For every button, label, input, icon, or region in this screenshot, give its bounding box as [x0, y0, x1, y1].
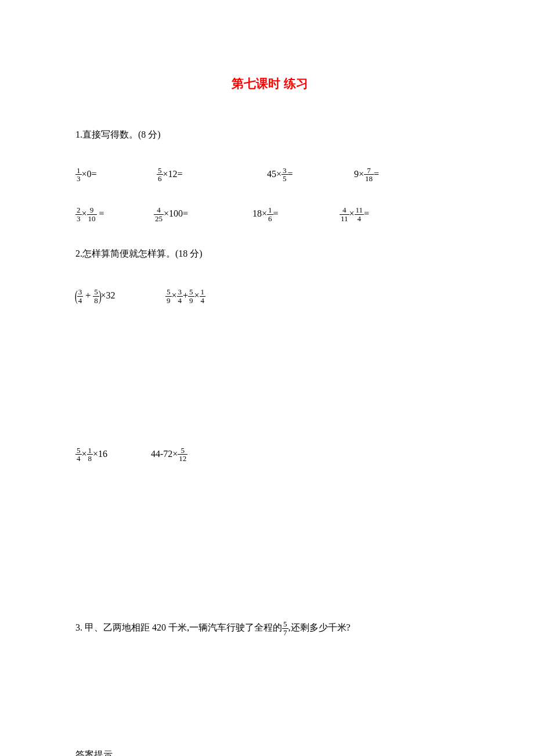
worksheet-page: 第七课时 练习 1.直接写得数。(8 分) 13×0= 56×12= 45×35…: [0, 0, 534, 756]
q1-expr: 45×35=: [267, 167, 354, 183]
fraction: 411: [340, 206, 349, 222]
q2-row-1: (34 + 58)×32 59×34+59×14: [75, 286, 464, 307]
fraction: 35: [282, 167, 288, 183]
fraction: 910: [87, 206, 97, 222]
fraction: 512: [178, 447, 187, 463]
fraction: 114: [355, 206, 365, 222]
fraction: 23: [75, 206, 82, 222]
fraction: 34: [77, 288, 84, 304]
work-space: [75, 330, 464, 447]
fraction: 14: [200, 288, 206, 304]
question-1-heading: 1.直接写得数。(8 分): [75, 127, 464, 143]
fraction: 18: [87, 447, 93, 463]
q1-expr: 9×718=: [354, 167, 424, 183]
q2-expr: 44-72×512: [151, 447, 267, 463]
left-paren-icon: (: [75, 286, 78, 307]
fraction: 34: [177, 288, 183, 304]
q1-expr: 425×100=: [154, 206, 252, 222]
q2-expr: 59×34+59×14: [165, 288, 282, 304]
fraction: 16: [267, 206, 273, 222]
fraction: 57: [282, 620, 288, 636]
q2-expr: (34 + 58)×32: [75, 286, 165, 307]
q1-expr: 411×114=: [340, 206, 409, 222]
work-space: [75, 636, 464, 747]
fraction: 59: [188, 288, 194, 304]
q2-expr: 54×18×16: [75, 447, 151, 463]
q1-expr: 18×16=: [252, 206, 340, 222]
question-3: 3. 甲、乙两地相距 420 千米,一辆汽车行驶了全程的57,还剩多少千米?: [75, 620, 464, 636]
page-title: 第七课时 练习: [75, 75, 464, 92]
right-paren-icon: ): [99, 286, 102, 307]
q1-expr: 13×0=: [75, 167, 157, 183]
fraction: 56: [157, 167, 163, 183]
q1-row-1: 13×0= 56×12= 45×35= 9×718=: [75, 167, 464, 183]
work-space: [75, 486, 464, 620]
fraction: 718: [364, 167, 374, 183]
fraction: 59: [165, 288, 172, 304]
fraction: 54: [75, 447, 82, 463]
question-2-heading: 2.怎样算简便就怎样算。(18 分): [75, 246, 464, 262]
answer-hint: 答案提示: [75, 747, 464, 756]
q2-row-2: 54×18×16 44-72×512: [75, 447, 464, 463]
q1-expr: 56×12=: [157, 167, 267, 183]
fraction: 425: [154, 206, 164, 222]
q1-row-2: 23×910 = 425×100= 18×16= 411×114=: [75, 206, 464, 222]
q1-expr: 23×910 =: [75, 206, 154, 222]
fraction: 13: [75, 167, 82, 183]
